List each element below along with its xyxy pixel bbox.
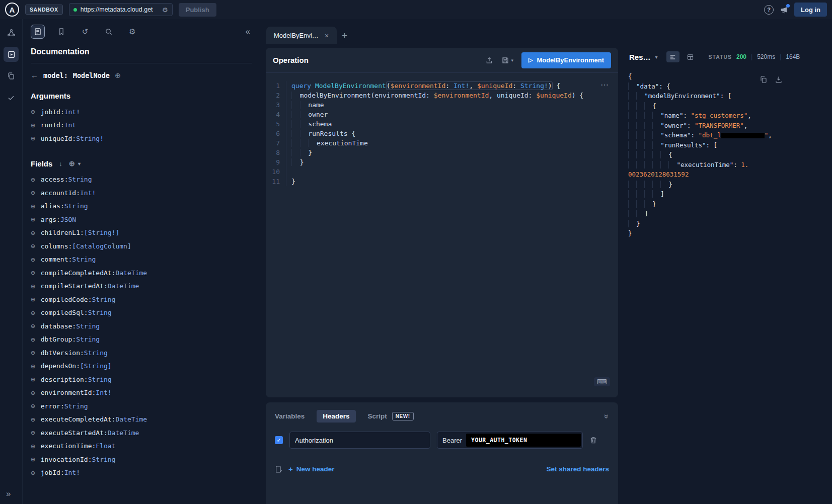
add-fields-icon[interactable]: ⊕ xyxy=(69,159,75,167)
add-field-icon[interactable]: ⊕ xyxy=(31,121,35,129)
collapse-panel-icon[interactable]: » xyxy=(602,414,612,418)
add-field-icon[interactable]: ⊕ xyxy=(31,362,35,370)
response-chevron-icon[interactable]: ▾ xyxy=(655,54,658,60)
add-field-icon[interactable]: ⊕ xyxy=(31,229,35,237)
documentation-tab-icon[interactable] xyxy=(31,25,45,39)
add-field-icon[interactable]: ⊕ xyxy=(31,455,35,463)
chevron-down-icon[interactable]: ▾ xyxy=(78,161,81,166)
field-row[interactable]: ⊕compileCompletedAt: DateTime xyxy=(31,266,261,280)
publish-button[interactable]: Publish xyxy=(179,3,216,17)
set-shared-headers-button[interactable]: Set shared headers xyxy=(546,465,609,473)
editor-overflow-icon[interactable]: ⋯ xyxy=(600,80,609,90)
field-row[interactable]: ⊕compiledCode: String xyxy=(31,293,261,306)
run-operation-button[interactable]: ▷ ModelByEnvironment xyxy=(521,52,611,68)
field-row[interactable]: ⊕database: String xyxy=(31,319,261,333)
tab-modelbyenvironment[interactable]: ModelByEnvi… × xyxy=(266,27,337,44)
add-field-icon[interactable]: ⊕ xyxy=(31,269,35,277)
field-row[interactable]: ⊕runId: Int xyxy=(31,119,261,132)
field-row[interactable]: ⊕error: String xyxy=(31,399,261,413)
field-row[interactable]: ⊕jobId: Int! xyxy=(31,105,261,119)
field-row[interactable]: ⊕columns: [CatalogColumn] xyxy=(31,239,261,253)
tab-variables[interactable]: Variables xyxy=(275,412,305,420)
add-field-icon[interactable]: ⊕ xyxy=(31,295,35,303)
add-field-icon[interactable]: ⊕ xyxy=(31,349,35,357)
field-row[interactable]: ⊕childrenL1: [String!] xyxy=(31,226,261,240)
field-row[interactable]: ⊕dependsOn: [String] xyxy=(31,360,261,373)
header-value-input[interactable]: Bearer YOUR_AUTH_TOKEN xyxy=(437,432,583,449)
field-row[interactable]: ⊕compileStartedAt: DateTime xyxy=(31,280,261,293)
add-field-icon[interactable]: ⊕ xyxy=(31,442,35,450)
field-row[interactable]: ⊕access: String xyxy=(31,173,261,187)
field-row[interactable]: ⊕executeStartedAt: DateTime xyxy=(31,426,261,440)
history-icon[interactable]: ↺ xyxy=(78,25,92,39)
add-field-icon[interactable]: ⊕ xyxy=(31,415,35,424)
field-row[interactable]: ⊕dbtGroup: String xyxy=(31,333,261,347)
sort-fields-icon[interactable]: ↓ xyxy=(59,160,62,167)
add-field-icon[interactable]: ⊕ xyxy=(31,282,35,290)
field-row[interactable]: ⊕dbtVersion: String xyxy=(31,346,261,360)
add-field-icon[interactable]: ⊕ xyxy=(31,429,35,437)
add-field-icon[interactable]: ⊕ xyxy=(31,375,35,383)
tab-headers[interactable]: Headers xyxy=(317,410,355,423)
breadcrumb-type[interactable]: ModelNode xyxy=(73,71,110,79)
environment-settings-icon[interactable] xyxy=(275,465,283,473)
search-icon[interactable] xyxy=(102,25,116,39)
announcements-icon[interactable] xyxy=(780,6,788,14)
collapse-docs-icon[interactable]: « xyxy=(246,27,250,37)
header-enabled-checkbox[interactable]: ✓ xyxy=(275,436,283,444)
field-row[interactable]: ⊕description: String xyxy=(31,373,261,386)
apollo-logo[interactable]: A xyxy=(5,3,19,17)
add-field-icon[interactable]: ⊕ xyxy=(31,469,35,477)
login-button[interactable]: Log in xyxy=(794,3,827,17)
header-key-input[interactable] xyxy=(289,432,430,449)
field-row[interactable]: ⊕compiledSql: String xyxy=(31,306,261,320)
docs-settings-icon[interactable]: ⚙ xyxy=(125,25,139,39)
add-field-icon[interactable]: ⊕ xyxy=(31,202,35,210)
save-menu-chevron-icon[interactable]: ▾ xyxy=(511,58,513,63)
add-field-icon[interactable]: ⊕ xyxy=(31,402,35,410)
add-field-icon[interactable]: ⊕ xyxy=(31,335,35,344)
add-field-icon[interactable]: ⊕ xyxy=(31,189,35,197)
back-icon[interactable]: ← xyxy=(31,71,38,79)
add-field-icon[interactable]: ⊕ xyxy=(31,389,35,397)
field-row[interactable]: ⊕executionTime: Float xyxy=(31,440,261,453)
add-field-icon[interactable]: ⊕ xyxy=(31,309,35,317)
add-field-icon[interactable]: ⊕ xyxy=(31,108,35,116)
close-tab-icon[interactable]: × xyxy=(325,32,329,40)
query-editor[interactable]: 1query ModelByEnvironment($environmentId… xyxy=(266,77,618,397)
add-field-icon[interactable]: ⊕ xyxy=(31,176,35,184)
field-row[interactable]: ⊕accountId: Int! xyxy=(31,186,261,200)
field-row[interactable]: ⊕environmentId: Int! xyxy=(31,386,261,400)
formatted-view-icon[interactable] xyxy=(666,51,679,62)
bookmark-icon[interactable] xyxy=(54,25,68,39)
field-row[interactable]: ⊕invocationId: String xyxy=(31,453,261,466)
expand-rail-icon[interactable]: » xyxy=(0,489,11,499)
explorer-icon[interactable] xyxy=(4,47,19,62)
field-row[interactable]: ⊕jobId: Int! xyxy=(31,466,261,480)
new-tab-icon[interactable]: + xyxy=(342,30,347,41)
field-row[interactable]: ⊕comment: String xyxy=(31,253,261,267)
auth-token-value[interactable]: YOUR_AUTH_TOKEN xyxy=(466,434,581,447)
graph-icon[interactable] xyxy=(4,25,19,40)
field-row[interactable]: ⊕executeCompletedAt: DateTime xyxy=(31,413,261,427)
table-view-icon[interactable] xyxy=(684,51,697,62)
add-field-icon[interactable]: ⊕ xyxy=(31,322,35,330)
checklist-icon[interactable] xyxy=(4,90,19,105)
endpoint-settings-icon[interactable]: ⚙ xyxy=(162,6,168,14)
add-field-icon[interactable]: ⊕ xyxy=(31,215,35,223)
tab-script[interactable]: Script xyxy=(368,412,387,420)
delete-header-icon[interactable] xyxy=(589,436,597,444)
endpoint-url-box[interactable]: https://metadata.cloud.get ⚙ xyxy=(69,3,173,16)
new-header-button[interactable]: + New header xyxy=(288,465,335,473)
add-field-icon[interactable]: ⊕ xyxy=(31,242,35,250)
operation-collections-icon[interactable] xyxy=(4,68,19,83)
add-all-fields-icon[interactable]: ⊕ xyxy=(115,71,121,79)
help-icon[interactable]: ? xyxy=(764,5,774,15)
field-row[interactable]: ⊕alias: String xyxy=(31,200,261,213)
share-icon[interactable] xyxy=(485,56,493,64)
add-field-icon[interactable]: ⊕ xyxy=(31,256,35,264)
field-row[interactable]: ⊕uniqueId: String! xyxy=(31,132,261,145)
add-field-icon[interactable]: ⊕ xyxy=(31,134,35,142)
save-icon[interactable]: ▾ xyxy=(501,56,513,64)
field-row[interactable]: ⊕args: JSON xyxy=(31,213,261,226)
